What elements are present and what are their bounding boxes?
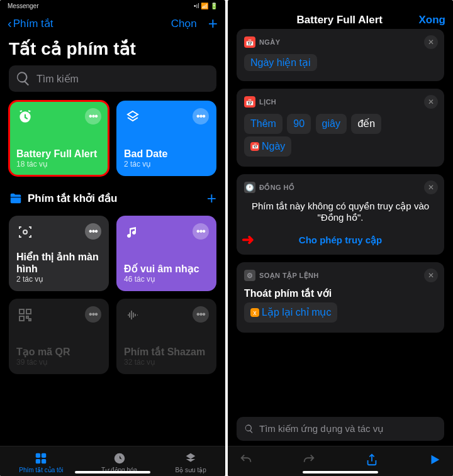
card-subtitle: 2 tác vụ bbox=[16, 275, 101, 284]
back-label: Phím tắt bbox=[13, 17, 53, 30]
exit-label: Thoát phím tắt với bbox=[244, 288, 332, 299]
action-scripting-exit[interactable]: ⚙SOẠN TẬP LỆNH ✕ Thoát phím tắt với xLặp… bbox=[237, 262, 444, 333]
card-menu-button[interactable]: ••• bbox=[85, 223, 101, 240]
card-subtitle: 2 tác vụ bbox=[124, 160, 209, 169]
status-bar bbox=[228, 0, 453, 11]
svg-rect-6 bbox=[36, 459, 40, 463]
token-unit[interactable]: giây bbox=[316, 114, 347, 134]
shazam-icon bbox=[124, 306, 142, 324]
action-app-label: ĐỒNG HỒ bbox=[259, 184, 294, 192]
date-value[interactable]: Ngày hiện tại bbox=[244, 54, 317, 71]
card-menu-button[interactable]: ••• bbox=[85, 306, 101, 323]
starter-grid: ••• Hiển thị ảnh màn hình2 tác vụ ••• Đố… bbox=[0, 216, 225, 374]
red-arrow-annotation: ➜ bbox=[242, 231, 254, 248]
all-shortcuts-grid: ••• Battery Full Alert 18 tác vụ ••• Bad… bbox=[0, 101, 225, 176]
token-date-var[interactable]: 📅Ngày bbox=[244, 136, 291, 157]
editor-title: Battery Full Alert bbox=[297, 14, 383, 26]
gear-icon: ⚙ bbox=[244, 270, 255, 281]
remove-action-button[interactable]: ✕ bbox=[424, 95, 438, 109]
folder-icon bbox=[9, 192, 23, 206]
clock-icon: 🕐 bbox=[244, 182, 255, 193]
shortcut-card-screenshot[interactable]: ••• Hiển thị ảnh màn hình2 tác vụ bbox=[9, 216, 109, 291]
search-placeholder: Tìm kiếm bbox=[36, 73, 79, 85]
qr-icon bbox=[16, 306, 34, 324]
svg-rect-2 bbox=[26, 309, 31, 314]
card-subtitle: 18 tác vụ bbox=[16, 160, 101, 169]
permission-message: Phím tắt này không có quyền truy cập vào… bbox=[244, 198, 437, 231]
svg-rect-3 bbox=[20, 316, 24, 321]
svg-rect-1 bbox=[20, 309, 24, 314]
undo-button[interactable] bbox=[239, 453, 253, 470]
action-app-label: LỊCH bbox=[259, 98, 276, 106]
shortcut-card-qr[interactable]: ••• Tạo mã QR39 tác vụ bbox=[9, 299, 109, 374]
allow-access-button[interactable]: Cho phép truy cập bbox=[244, 231, 437, 246]
tab-automation[interactable]: Tự động hóa bbox=[101, 451, 137, 473]
action-date[interactable]: 📅NGÀY ✕ Ngày hiện tại bbox=[237, 29, 444, 81]
clock-icon bbox=[113, 451, 126, 465]
tab-label: Phím tắt của tôi bbox=[19, 467, 63, 473]
done-button[interactable]: Xong bbox=[419, 14, 446, 26]
card-title: Phím tắt Shazam bbox=[124, 346, 209, 358]
add-shortcut-button[interactable]: + bbox=[208, 14, 218, 33]
remove-action-button[interactable]: ✕ bbox=[424, 268, 438, 282]
tab-gallery[interactable]: Bộ sưu tập bbox=[176, 451, 206, 473]
card-subtitle: 32 tác vụ bbox=[124, 358, 209, 367]
run-button[interactable] bbox=[428, 453, 442, 470]
shortcuts-icon bbox=[124, 108, 142, 126]
starter-section-header: Phím tắt khởi đầu + bbox=[0, 176, 225, 216]
alarm-icon bbox=[16, 108, 34, 126]
calendar-icon: 📅 bbox=[244, 36, 255, 48]
home-indicator[interactable] bbox=[303, 471, 378, 473]
remove-action-button[interactable]: ✕ bbox=[424, 180, 438, 194]
actions-list: 📅NGÀY ✕ Ngày hiện tại 📅LỊCH ✕ Thêm 90 gi… bbox=[228, 31, 453, 333]
svg-rect-4 bbox=[36, 453, 40, 458]
shortcut-card-battery-full-alert[interactable]: ••• Battery Full Alert 18 tác vụ bbox=[9, 101, 109, 176]
carrier-label: Messenger bbox=[8, 3, 38, 9]
tab-label: Bộ sưu tập bbox=[176, 467, 206, 473]
search-icon bbox=[244, 424, 254, 434]
shortcut-editor-screen: Battery Full Alert Xong 📅NGÀY ✕ Ngày hiệ… bbox=[228, 0, 453, 476]
select-button[interactable]: Chọn bbox=[171, 17, 197, 30]
shortcut-card-bad-date[interactable]: ••• Bad Date 2 tác vụ bbox=[116, 101, 216, 176]
music-icon bbox=[124, 223, 142, 241]
chevron-left-icon: ‹ bbox=[8, 16, 12, 31]
nav-bar: ‹ Phím tắt Chọn + bbox=[0, 11, 225, 38]
camera-scan-icon bbox=[16, 223, 34, 241]
card-title: Bad Date bbox=[124, 148, 209, 160]
card-title: Hiển thị ảnh màn hình bbox=[16, 251, 101, 275]
tab-my-shortcuts[interactable]: Phím tắt của tôi bbox=[19, 451, 63, 473]
svg-point-0 bbox=[23, 230, 27, 234]
shortcut-card-shazam[interactable]: ••• Phím tắt Shazam32 tác vụ bbox=[116, 299, 216, 374]
card-title: Tạo mã QR bbox=[16, 346, 101, 358]
home-indicator[interactable] bbox=[75, 471, 150, 473]
section-title: Phím tắt khởi đầu bbox=[28, 192, 117, 205]
card-menu-button[interactable]: ••• bbox=[193, 223, 209, 240]
card-menu-button[interactable]: ••• bbox=[85, 108, 101, 125]
card-subtitle: 39 tác vụ bbox=[16, 358, 101, 367]
add-starter-button[interactable]: + bbox=[207, 189, 216, 208]
search-field[interactable]: Tìm kiếm bbox=[9, 65, 216, 92]
action-search-bar: Tìm kiếm ứng dụng và tác vụ bbox=[228, 412, 453, 446]
card-menu-button[interactable]: ••• bbox=[193, 108, 209, 125]
shortcut-card-music-quiz[interactable]: ••• Đố vui âm nhạc46 tác vụ bbox=[116, 216, 216, 291]
action-calendar-add[interactable]: 📅LỊCH ✕ Thêm 90 giây đến 📅Ngày bbox=[237, 89, 444, 167]
status-bar: Messenger •ıl 📶 🔋 bbox=[0, 0, 225, 11]
token-repeat-index[interactable]: xLặp lại chỉ mục bbox=[244, 302, 337, 323]
page-title: Tất cả phím tắt bbox=[0, 38, 225, 65]
redo-button[interactable] bbox=[302, 453, 316, 470]
card-title: Đố vui âm nhạc bbox=[124, 263, 209, 275]
share-button[interactable] bbox=[365, 453, 379, 470]
search-placeholder: Tìm kiếm ứng dụng và tác vụ bbox=[259, 423, 384, 434]
action-clock-permission[interactable]: 🕐ĐỒNG HỒ ✕ Phím tắt này không có quyền t… bbox=[237, 174, 444, 255]
calendar-icon: 📅 bbox=[244, 96, 255, 108]
card-menu-button[interactable]: ••• bbox=[193, 306, 209, 323]
action-app-label: NGÀY bbox=[259, 38, 280, 46]
card-subtitle: 46 tác vụ bbox=[124, 275, 209, 284]
action-search-input[interactable]: Tìm kiếm ứng dụng và tác vụ bbox=[237, 417, 444, 441]
token-add[interactable]: Thêm bbox=[244, 114, 282, 134]
token-amount[interactable]: 90 bbox=[287, 114, 311, 134]
gallery-icon bbox=[184, 451, 198, 465]
status-icons: •ıl 📶 🔋 bbox=[194, 3, 218, 9]
back-button[interactable]: ‹ Phím tắt bbox=[8, 16, 53, 31]
remove-action-button[interactable]: ✕ bbox=[424, 35, 438, 49]
